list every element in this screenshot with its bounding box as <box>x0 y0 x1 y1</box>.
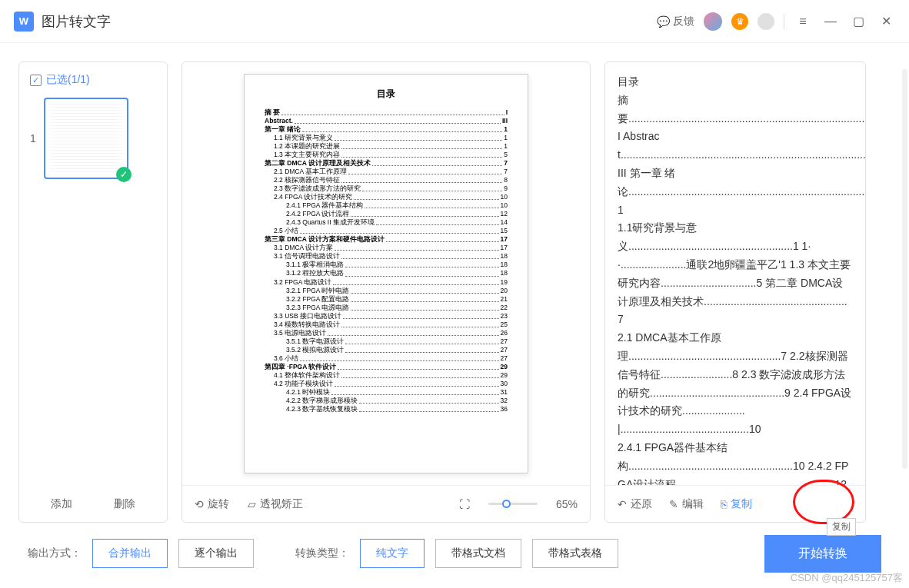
rotate-button[interactable]: ⟲ 旋转 <box>195 497 229 511</box>
toc-line: 3.2.1 FPGA 时钟电路20 <box>265 287 508 295</box>
toc-line: 2.4.3 Quartus II 集成开发环境14 <box>265 218 508 227</box>
toc-line: 2.4.1 FPGA 器件基本结构10 <box>265 201 508 210</box>
toc-line: 第四章 ·FPGA 软件设计29 <box>265 363 508 371</box>
toc-line: 3.1.1 极零相消电路18 <box>265 261 508 269</box>
copy-tooltip: 复制 <box>827 518 856 536</box>
toc-line: 3.1 信号调理电路设计18 <box>265 252 508 261</box>
preview-panel: 目录 摘 要IAbstract.III第一章 绪论11.1 研究背景与意义11.… <box>181 61 591 523</box>
vip-badge-icon[interactable]: ♛ <box>731 13 748 30</box>
toc-line: 2.4.2 FPGA 设计流程12 <box>265 210 508 218</box>
thumbnail[interactable]: ✓ <box>44 98 128 179</box>
result-toolbar: ↶ 还原 ✎ 编辑 ⎘ 复制 复制 <box>605 485 865 522</box>
toc-line: 1.1 研究背景与意义1 <box>265 134 508 142</box>
titlebar: W 图片转文字 💬 反馈 ♛ ≡ — ▢ ✕ <box>0 0 909 43</box>
app-logo-icon: W <box>14 12 34 32</box>
output-each-button[interactable]: 逐个输出 <box>178 539 254 568</box>
toc-line: 3.5 电源电路设计26 <box>265 329 508 337</box>
user-avatar[interactable] <box>704 12 722 31</box>
add-button[interactable]: 添加 <box>51 497 72 511</box>
feedback-button[interactable]: 💬 反馈 <box>657 15 694 28</box>
toc-line: 2.4 FPGA 设计技术的研究10 <box>265 193 508 201</box>
toc-line: 3.1 DMCA 设计方案17 <box>265 244 508 252</box>
toc-line: 4.1 整体软件架构设计29 <box>265 371 508 380</box>
divider <box>784 14 784 29</box>
toc-line: 2.5 小结15 <box>265 227 508 235</box>
toc-line: 3.2.3 FPGA 电源电路22 <box>265 304 508 312</box>
toc-line: 3.2.2 FPGA 配置电路21 <box>265 295 508 304</box>
type-label: 转换类型： <box>295 546 349 560</box>
toc-line: Abstract.III <box>265 117 508 125</box>
toc-line: 1.3 本文主要研究内容5 <box>265 151 508 159</box>
toc-line: 第三章 DMCA 设计方案和硬件电路设计17 <box>265 235 508 244</box>
toc-line: 2.3 数字滤波成形方法的研究9 <box>265 184 508 193</box>
checkbox-icon[interactable]: ✓ <box>30 75 42 86</box>
zoom-value: 65% <box>556 498 578 510</box>
toc-line: 4.2.2 数字梯形成形模块32 <box>265 397 508 405</box>
fit-button[interactable]: ⛶ <box>459 498 470 510</box>
restore-button[interactable]: ↶ 还原 <box>618 497 652 511</box>
type-table-button[interactable]: 带格式表格 <box>532 539 618 568</box>
document-page: 目录 摘 要IAbstract.III第一章 绪论11.1 研究背景与意义11.… <box>244 74 528 473</box>
close-button[interactable]: ✕ <box>877 12 895 31</box>
toc-line: 第二章 DMCA 设计原理及相关技术7 <box>265 159 508 168</box>
type-plain-button[interactable]: 纯文字 <box>360 539 425 568</box>
output-label: 输出方式： <box>28 546 82 560</box>
toc-line: 2.2 核探测器信号特征8 <box>265 176 508 184</box>
service-icon[interactable] <box>758 13 774 30</box>
toc-line: 摘 要I <box>265 108 508 117</box>
edit-icon: ✎ <box>669 498 678 510</box>
slider-thumb[interactable] <box>502 500 511 508</box>
toc-line: 2.1 DMCA 基本工作原理7 <box>265 168 508 176</box>
start-convert-button[interactable]: 开始转换 <box>764 535 881 573</box>
toc-line: 3.5.2 模拟电源设计27 <box>265 346 508 354</box>
thumbnail-panel: ✓ 已选(1/1) 1 ✓ 添加 删除 <box>18 61 168 523</box>
toc-line: 4.2 功能子模块设计30 <box>265 380 508 388</box>
toc-line: 3.3 USB 接口电路设计23 <box>265 312 508 321</box>
toc-line: 3.2 FPGA 电路设计19 <box>265 278 508 287</box>
output-merge-button[interactable]: 合并输出 <box>92 539 168 568</box>
toc-line: 第一章 绪论1 <box>265 125 508 134</box>
thumb-check-icon: ✓ <box>116 167 132 182</box>
comment-icon: 💬 <box>657 15 670 28</box>
result-panel: 目录 摘 要..................................… <box>604 61 866 523</box>
delete-button[interactable]: 删除 <box>114 497 135 511</box>
toc-line: 4.2.1 时钟模块31 <box>265 388 508 397</box>
copy-icon: ⎘ <box>721 498 727 510</box>
zoom-slider[interactable] <box>488 503 538 505</box>
toc-line: 4.2.3 数字基线恢复模块36 <box>265 405 508 414</box>
main-area: ✓ 已选(1/1) 1 ✓ 添加 删除 目录 摘 要IAbstract.III第… <box>0 43 909 523</box>
type-formatted-button[interactable]: 带格式文档 <box>435 539 521 568</box>
toc-line: 3.6 小结27 <box>265 354 508 363</box>
thumb-preview <box>50 104 122 173</box>
rotate-icon: ⟲ <box>195 498 204 510</box>
watermark: CSDN @qq245125757客 <box>791 571 903 585</box>
preview-toolbar: ⟲ 旋转 ▱ 透视矫正 ⛶ 65% <box>182 485 590 522</box>
scrollbar[interactable] <box>902 69 907 469</box>
restore-icon: ↶ <box>618 498 627 510</box>
toc-line: 3.1.2 程控放大电路18 <box>265 269 508 277</box>
edit-button[interactable]: ✎ 编辑 <box>669 497 704 511</box>
copy-button[interactable]: ⎘ 复制 <box>721 497 752 511</box>
ocr-text-area[interactable]: 目录 摘 要..................................… <box>605 62 865 485</box>
bottom-bar: 输出方式： 合并输出 逐个输出 转换类型： 纯文字 带格式文档 带格式表格 开始… <box>0 523 909 584</box>
toc-line: 3.4 模数转换电路设计25 <box>265 321 508 329</box>
menu-icon[interactable]: ≡ <box>794 12 812 31</box>
fit-icon: ⛶ <box>459 498 470 510</box>
thumb-number: 1 <box>30 132 36 145</box>
minimize-button[interactable]: — <box>821 12 840 31</box>
maximize-button[interactable]: ▢ <box>849 12 867 31</box>
app-title: 图片转文字 <box>42 12 111 31</box>
toc-line: 1.2 本课题的研究进展1 <box>265 142 508 151</box>
perspective-button[interactable]: ▱ 透视矫正 <box>248 497 303 511</box>
toc-line: 3.5.1 数字电源设计27 <box>265 337 508 346</box>
perspective-icon: ▱ <box>248 498 256 510</box>
doc-title: 目录 <box>265 88 508 101</box>
document-area[interactable]: 目录 摘 要IAbstract.III第一章 绪论11.1 研究背景与意义11.… <box>182 62 590 485</box>
select-all-row[interactable]: ✓ 已选(1/1) <box>30 73 156 87</box>
